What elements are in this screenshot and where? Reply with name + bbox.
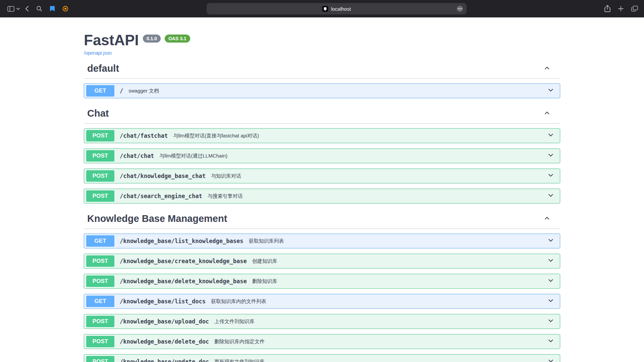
section-header-knowledge-base-management[interactable]: Knowledge Base Management [84, 209, 560, 229]
collapse-section-icon[interactable] [543, 215, 551, 223]
operation-path: /knowledge_base/update_doc [120, 358, 209, 362]
operation-description: 获取知识库内的文件列表 [211, 298, 547, 305]
operation-path: /knowledge_base/list_knowledge_bases [120, 238, 243, 244]
tab-overview-icon[interactable] [631, 6, 638, 12]
section-header-default[interactable]: default [84, 59, 560, 79]
share-icon[interactable] [604, 5, 610, 12]
openapi-spec-link[interactable]: /openapi.json [84, 50, 112, 56]
operations-list: defaultGET/swagger 文档ChatPOST/chat/fastc… [84, 59, 560, 362]
operation-row[interactable]: POST/knowledge_base/delete_doc删除知识库内指定文件 [84, 334, 560, 349]
operation-path: /knowledge_base/delete_knowledge_base [120, 278, 247, 285]
section-title: Chat [87, 108, 543, 119]
operation-row[interactable]: POST/chat/search_engine_chat与搜索引擎对话 [84, 189, 560, 203]
operation-row[interactable]: POST/knowledge_base/upload_doc上传文件到知识库 [84, 314, 560, 329]
operation-description: swagger 文档 [128, 88, 547, 94]
page-options-icon[interactable] [457, 5, 463, 12]
expand-operation-icon[interactable] [547, 192, 554, 200]
expand-operation-icon[interactable] [547, 131, 554, 140]
section-title: default [87, 63, 543, 74]
operation-description: 创建知识库 [252, 258, 547, 264]
operation-path: / [120, 87, 123, 94]
sidebar-toggle-icon[interactable] [7, 6, 14, 12]
method-badge: GET [86, 85, 114, 97]
operation-row[interactable]: POST/chat/chat与llm模型对话(通过LLMChain) [84, 148, 560, 163]
operation-description: 与知识库对话 [211, 173, 547, 179]
browser-toolbar: localhost [0, 0, 644, 17]
operation-description: 与llm模型对话(通过LLMChain) [159, 153, 547, 159]
url-text: localhost [331, 6, 351, 12]
expand-operation-icon[interactable] [547, 357, 554, 362]
expand-operation-icon[interactable] [547, 172, 554, 180]
operation-description: 与搜索引擎对话 [208, 193, 547, 199]
collapse-section-icon[interactable] [543, 64, 551, 73]
search-icon[interactable] [36, 6, 42, 12]
expand-operation-icon[interactable] [547, 317, 554, 326]
operation-row[interactable]: POST/chat/fastchat与llm模型对话(直接与fastchat a… [84, 128, 560, 143]
method-badge: POST [86, 190, 114, 202]
method-badge: POST [86, 255, 114, 267]
new-tab-icon[interactable] [618, 6, 624, 12]
sidebar-chevron-down-icon[interactable] [16, 8, 20, 10]
extension-icon-blue[interactable] [50, 6, 55, 12]
operation-path: /chat/knowledge_base_chat [120, 173, 206, 179]
operation-row[interactable]: POST/knowledge_base/update_doc更新现有文件到知识库 [84, 354, 560, 362]
page-content: FastAPI 0.1.0 OAS 3.1 /openapi.json defa… [0, 17, 644, 362]
method-badge: POST [86, 276, 114, 287]
method-badge: POST [86, 336, 114, 347]
operation-path: /knowledge_base/delete_doc [120, 338, 209, 345]
operation-description: 上传文件到知识库 [214, 318, 547, 325]
operation-path: /chat/fastchat [120, 132, 168, 139]
expand-operation-icon[interactable] [547, 297, 554, 306]
version-badge: 0.1.0 [143, 35, 161, 43]
expand-operation-icon[interactable] [547, 337, 554, 346]
site-badge-icon [322, 6, 328, 12]
operation-path: /knowledge_base/create_knowledge_base [120, 258, 247, 264]
expand-operation-icon[interactable] [547, 152, 554, 160]
method-badge: POST [86, 130, 114, 141]
method-badge: POST [86, 316, 114, 327]
page-title: FastAPI [84, 32, 139, 48]
section-title: Knowledge Base Management [87, 213, 543, 224]
operation-row[interactable]: GET/knowledge_base/list_docs获取知识库内的文件列表 [84, 294, 560, 309]
method-badge: GET [86, 235, 114, 247]
expand-operation-icon[interactable] [547, 237, 554, 245]
expand-operation-icon[interactable] [547, 257, 554, 265]
operation-description: 更新现有文件到知识库 [214, 359, 547, 362]
method-badge: POST [86, 170, 114, 182]
collapse-section-icon[interactable] [543, 109, 551, 118]
extension-icon-orange[interactable] [62, 6, 68, 12]
operation-row[interactable]: POST/chat/knowledge_base_chat与知识库对话 [84, 169, 560, 183]
method-badge: GET [86, 296, 114, 307]
address-bar[interactable]: localhost [207, 3, 467, 14]
operation-row[interactable]: GET/swagger 文档 [84, 83, 560, 98]
method-badge: POST [86, 150, 114, 162]
method-badge: POST [86, 356, 114, 362]
oas-badge: OAS 3.1 [165, 35, 190, 43]
section-header-chat[interactable]: Chat [84, 104, 560, 124]
expand-operation-icon[interactable] [547, 86, 554, 95]
api-info: FastAPI 0.1.0 OAS 3.1 /openapi.json [84, 32, 560, 56]
expand-operation-icon[interactable] [547, 277, 554, 286]
operation-description: 删除知识库 [252, 278, 547, 285]
operation-description: 删除知识库内指定文件 [214, 339, 547, 345]
back-icon[interactable] [25, 6, 29, 12]
operation-row[interactable]: GET/knowledge_base/list_knowledge_bases获… [84, 234, 560, 248]
operation-path: /knowledge_base/upload_doc [120, 318, 209, 325]
operation-row[interactable]: POST/knowledge_base/delete_knowledge_bas… [84, 274, 560, 289]
operation-row[interactable]: POST/knowledge_base/create_knowledge_bas… [84, 254, 560, 268]
operation-path: /knowledge_base/list_docs [120, 298, 206, 305]
operation-path: /chat/chat [120, 153, 154, 159]
operation-path: /chat/search_engine_chat [120, 193, 202, 199]
operation-description: 与llm模型对话(直接与fastchat api对话) [173, 133, 547, 139]
operation-description: 获取知识库列表 [249, 238, 547, 244]
